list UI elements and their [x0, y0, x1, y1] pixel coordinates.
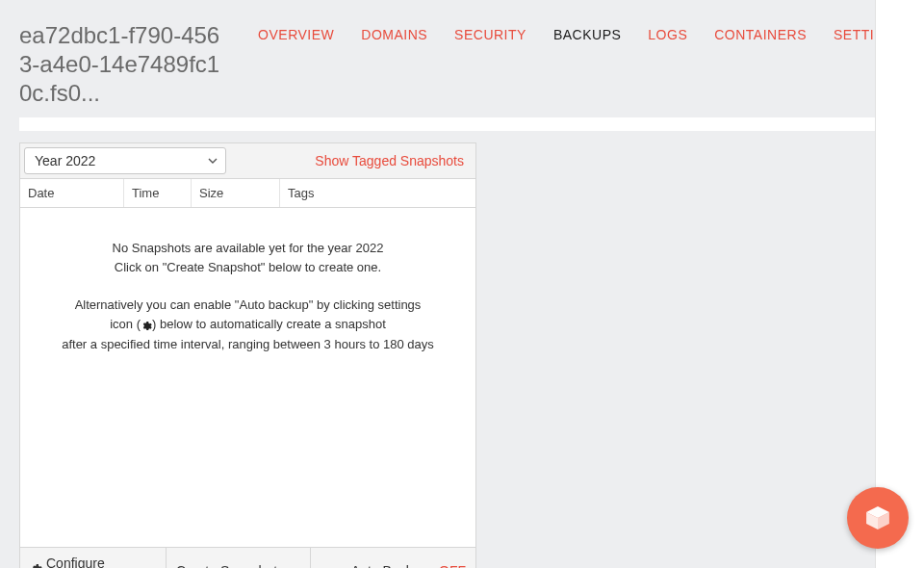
- chevron-down-icon: [208, 156, 218, 166]
- auto-backup-label: Auto Backup :: [351, 563, 435, 568]
- empty-line-4: icon () below to automatically create a …: [30, 315, 466, 336]
- create-snapshot-label: Create Snapshot: [176, 563, 277, 568]
- snapshots-panel: Year 2022 Show Tagged Snapshots Date Tim…: [19, 142, 476, 568]
- empty-line-2: Click on "Create Snapshot" below to crea…: [30, 258, 466, 277]
- empty-line-1: No Snapshots are available yet for the y…: [30, 239, 466, 258]
- floating-action-button[interactable]: [847, 487, 909, 549]
- create-snapshot-button[interactable]: Create Snapshot: [167, 548, 311, 568]
- tab-containers[interactable]: CONTAINERS: [714, 27, 807, 42]
- panel-toolbar: Year 2022 Show Tagged Snapshots: [20, 143, 475, 179]
- col-header-tags: Tags: [280, 179, 475, 207]
- empty-line-5: after a specified time interval, ranging…: [30, 335, 466, 354]
- tab-bar: OVERVIEW DOMAINS SECURITY BACKUPS LOGS C…: [258, 27, 905, 42]
- panel-footer: Configure Backups Create Snapshot Auto B…: [20, 547, 475, 568]
- tab-security[interactable]: SECURITY: [454, 27, 526, 42]
- col-header-date: Date: [20, 179, 124, 207]
- content-divider: [19, 117, 905, 131]
- header: ea72dbc1-f790-4563-a4e0-14e7489fc10c.fs0…: [0, 0, 924, 117]
- col-header-time: Time: [124, 179, 192, 207]
- page-title: ea72dbc1-f790-4563-a4e0-14e7489fc10c.fs0…: [19, 21, 229, 108]
- tab-logs[interactable]: LOGS: [648, 27, 687, 42]
- gear-icon: [141, 317, 152, 336]
- configure-backups-button[interactable]: Configure Backups: [20, 548, 167, 568]
- year-select-value: Year 2022: [35, 153, 95, 168]
- auto-backup-value: OFF: [439, 563, 466, 568]
- cube-icon: [861, 502, 894, 534]
- tab-domains[interactable]: DOMAINS: [361, 27, 427, 42]
- tab-backups[interactable]: BACKUPS: [553, 27, 621, 42]
- show-tagged-snapshots-link[interactable]: Show Tagged Snapshots: [315, 153, 468, 168]
- year-select[interactable]: Year 2022: [24, 147, 226, 174]
- empty-line-3: Alternatively you can enable "Auto backu…: [30, 296, 466, 315]
- column-headers: Date Time Size Tags: [20, 179, 475, 208]
- right-rail: [876, 0, 924, 568]
- col-header-size: Size: [192, 179, 280, 207]
- tab-overview[interactable]: OVERVIEW: [258, 27, 334, 42]
- gear-icon: [30, 563, 42, 568]
- configure-backups-label: Configure Backups: [46, 555, 156, 568]
- auto-backup-status: Auto Backup : OFF: [311, 548, 475, 568]
- snapshots-empty-state: No Snapshots are available yet for the y…: [20, 208, 475, 547]
